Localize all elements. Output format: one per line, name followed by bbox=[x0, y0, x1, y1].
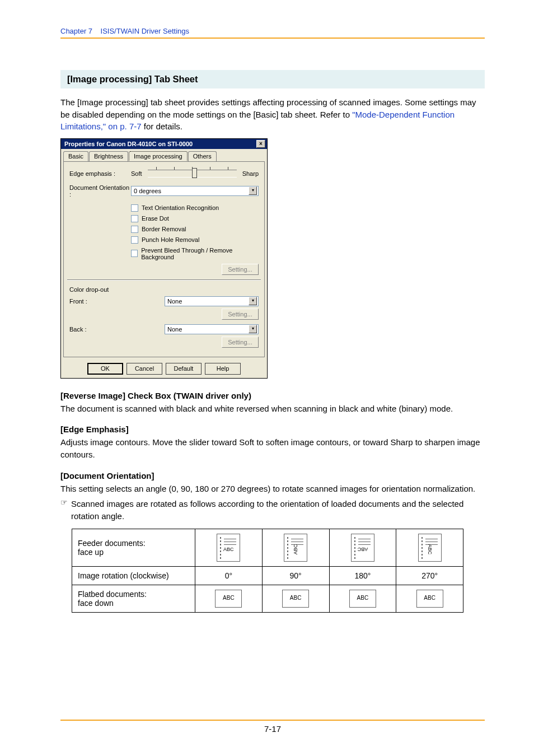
note-pointer-icon: ☞ bbox=[60, 498, 68, 522]
chevron-down-icon[interactable]: ▾ bbox=[249, 297, 257, 305]
flatbed-0-icon: ABC bbox=[215, 590, 242, 608]
color-dropout-heading: Color drop-out bbox=[69, 286, 259, 293]
row-label-feeder: Feeder documents: face up bbox=[72, 529, 195, 567]
bleed-through-label: Prevent Bleed Through / Remove Backgroun… bbox=[141, 247, 259, 260]
close-icon[interactable]: × bbox=[256, 140, 265, 148]
edge-emphasis-slider[interactable] bbox=[148, 170, 237, 178]
ok-button[interactable]: OK bbox=[87, 363, 123, 375]
slider-thumb-icon[interactable] bbox=[192, 168, 197, 178]
back-value: None bbox=[167, 326, 182, 333]
bleed-through-checkbox[interactable] bbox=[131, 250, 138, 257]
tabs-row: Basic Brightness Image processing Others bbox=[61, 149, 267, 161]
dialog-titlebar: Properties for Canon DR-4010C on STI-000… bbox=[61, 139, 267, 149]
angle-270: 270° bbox=[396, 567, 463, 585]
section-heading: [Image processing] Tab Sheet bbox=[60, 70, 485, 88]
feeder-90-icon: ABC bbox=[284, 534, 307, 562]
front-setting-button: Setting... bbox=[222, 309, 259, 320]
doc-orientation-heading: [Document Orientation] bbox=[60, 471, 485, 480]
feeder-270-icon: ABC bbox=[418, 534, 442, 562]
flatbed-180-icon: ABC bbox=[349, 590, 376, 608]
page-number: 7-17 bbox=[60, 724, 485, 734]
punch-hole-checkbox[interactable] bbox=[131, 236, 138, 244]
feeder-180-icon: ABC bbox=[351, 534, 374, 562]
back-dropdown[interactable]: None ▾ bbox=[165, 324, 259, 334]
intro-paragraph: The [Image processing] tab sheet provide… bbox=[60, 96, 485, 133]
edge-emphasis-label: Edge emphasis : bbox=[69, 170, 131, 177]
edge-emphasis-heading: [Edge Emphasis] bbox=[60, 424, 485, 434]
back-setting-button: Setting... bbox=[222, 337, 259, 348]
angle-90: 90° bbox=[262, 567, 329, 585]
reverse-image-heading: [Reverse Image] Check Box (TWAIN driver … bbox=[60, 391, 485, 400]
tab-others[interactable]: Others bbox=[188, 151, 217, 161]
chapter-number: Chapter 7 bbox=[60, 27, 92, 35]
back-label: Back : bbox=[69, 326, 131, 333]
panel-separator bbox=[67, 279, 261, 281]
doc-orientation-value: 0 degrees bbox=[134, 188, 161, 194]
edge-sharp-label: Sharp bbox=[242, 170, 259, 177]
bleed-setting-button: Setting... bbox=[222, 264, 259, 275]
divider bbox=[60, 38, 485, 39]
table-row: Flatbed documents: face down ABC ABC ABC… bbox=[72, 585, 463, 613]
flatbed-90-icon: ABC bbox=[282, 590, 309, 608]
doc-orientation-dropdown[interactable]: 0 degrees ▾ bbox=[131, 186, 259, 196]
row-label-rotation: Image rotation (clockwise) bbox=[72, 567, 195, 585]
rotation-table: Feeder documents: face up ABC ABC ABC AB… bbox=[72, 529, 463, 613]
front-value: None bbox=[167, 298, 182, 305]
edge-emphasis-body: Adjusts image contours. Move the slider … bbox=[60, 436, 485, 460]
erase-dot-label: Erase Dot bbox=[142, 215, 169, 222]
properties-dialog: Properties for Canon DR-4010C on STI-000… bbox=[60, 138, 268, 379]
chapter-title: ISIS/TWAIN Driver Settings bbox=[101, 27, 189, 35]
text-orientation-label: Text Orientation Recognition bbox=[142, 204, 219, 211]
erase-dot-checkbox[interactable] bbox=[131, 215, 138, 222]
intro-tail: for details. bbox=[142, 122, 182, 131]
tab-panel: Edge emphasis : Soft Sharp Document Ori bbox=[63, 161, 265, 357]
feeder-0-icon: ABC bbox=[217, 534, 240, 562]
tab-image-processing[interactable]: Image processing bbox=[129, 151, 188, 161]
dialog-action-row: OK Cancel Default Help bbox=[61, 360, 267, 378]
reverse-image-body: The document is scanned with black and w… bbox=[60, 403, 485, 415]
angle-0: 0° bbox=[195, 567, 263, 585]
help-button[interactable]: Help bbox=[205, 363, 241, 375]
text-orientation-checkbox[interactable] bbox=[131, 204, 138, 212]
punch-hole-label: Punch Hole Removal bbox=[142, 236, 199, 243]
default-button[interactable]: Default bbox=[166, 363, 202, 375]
flatbed-270-icon: ABC bbox=[416, 590, 443, 608]
table-row: Feeder documents: face up ABC ABC ABC AB… bbox=[72, 529, 463, 567]
border-removal-label: Border Removal bbox=[142, 226, 186, 232]
doc-orientation-body: This setting selects an angle (0, 90, 18… bbox=[60, 483, 485, 495]
table-row: Image rotation (clockwise) 0° 90° 180° 2… bbox=[72, 567, 463, 585]
front-label: Front : bbox=[69, 298, 131, 305]
cancel-button[interactable]: Cancel bbox=[127, 363, 162, 375]
tab-basic[interactable]: Basic bbox=[63, 151, 88, 161]
row-label-flatbed: Flatbed documents: face down bbox=[72, 585, 195, 613]
footer-divider bbox=[60, 720, 485, 721]
angle-180: 180° bbox=[329, 567, 396, 585]
dialog-title: Properties for Canon DR-4010C on STI-000… bbox=[64, 141, 193, 147]
doc-orientation-label: Document Orientation : bbox=[69, 184, 131, 198]
edge-soft-label: Soft bbox=[131, 170, 142, 177]
chevron-down-icon[interactable]: ▾ bbox=[249, 186, 257, 195]
front-dropdown[interactable]: None ▾ bbox=[165, 296, 259, 306]
doc-orientation-note: Scanned images are rotated as follows ac… bbox=[71, 498, 485, 522]
chevron-down-icon[interactable]: ▾ bbox=[249, 325, 257, 333]
tab-brightness[interactable]: Brightness bbox=[89, 151, 128, 161]
border-removal-checkbox[interactable] bbox=[131, 226, 138, 233]
